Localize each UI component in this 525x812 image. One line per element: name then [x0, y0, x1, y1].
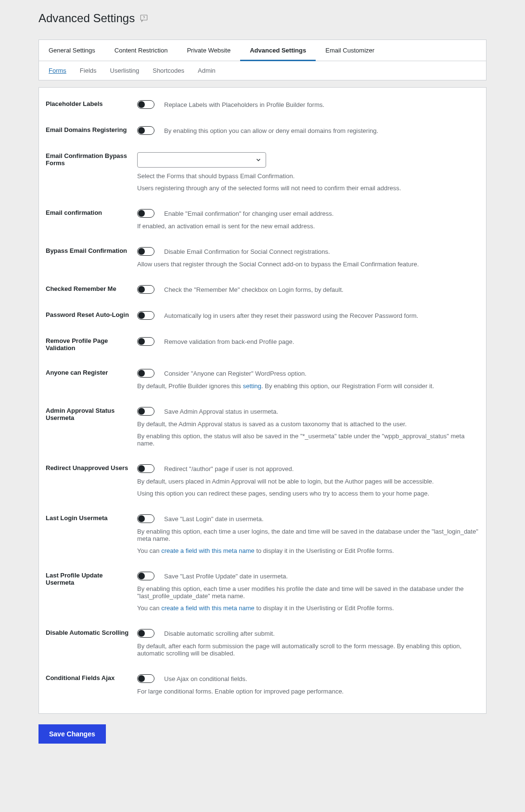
- subtab-fields[interactable]: Fields: [73, 61, 103, 80]
- desc-admin-approval-status-usermeta: Save Admin Approval status in usermeta.: [164, 408, 278, 415]
- desc-email-confirmation: Enable "Email confirmation" for changing…: [164, 210, 333, 217]
- label-checked-remember-me: Checked Remember Me: [46, 285, 116, 292]
- help-icon[interactable]: [140, 14, 148, 23]
- tab-content-restriction[interactable]: Content Restriction: [105, 40, 178, 61]
- desc-admin-approval-status-usermeta-2: By default, the Admin Approval status is…: [137, 420, 479, 428]
- save-button[interactable]: Save Changes: [38, 724, 106, 744]
- label-disable-automatic-scrolling: Disable Automatic Scrolling: [46, 629, 128, 636]
- chevron-down-icon: [255, 157, 262, 163]
- subtab-admin[interactable]: Admin: [191, 61, 222, 80]
- toggle-conditional-fields-ajax[interactable]: [137, 674, 154, 683]
- settings-panel: Placeholder Labels Replace Labels with P…: [38, 87, 487, 714]
- toggle-bypass-email-confirmation[interactable]: [137, 247, 154, 256]
- tab-advanced-settings[interactable]: Advanced Settings: [240, 40, 316, 61]
- toggle-email-domains-registering[interactable]: [137, 126, 154, 135]
- label-conditional-fields-ajax: Conditional Fields Ajax: [46, 674, 115, 681]
- desc-last-profile-3-pre: You can: [137, 604, 161, 612]
- toggle-checked-remember-me[interactable]: [137, 285, 154, 294]
- desc-email-conf-bypass-2: Users registering through any of the sel…: [137, 184, 479, 192]
- desc-remove-profile-page-validation: Remove validation from back-end Profile …: [164, 338, 294, 345]
- link-create-field-last-login[interactable]: create a field with this meta name: [161, 547, 255, 554]
- desc-email-confirmation-2: If enabled, an activation email is sent …: [137, 223, 479, 230]
- row-last-profile-update-usermeta: Last Profile Update Usermeta Save "Last …: [46, 563, 479, 620]
- desc-redirect-unapproved-users: Redirect "/author" page if user is not a…: [164, 465, 294, 472]
- desc-conditional-fields-ajax-2: For large conditional forms. Enable opti…: [137, 688, 479, 695]
- desc-last-profile-update-usermeta-2: By enabling this option, each time a use…: [137, 585, 479, 600]
- toggle-password-reset-auto-login[interactable]: [137, 311, 154, 320]
- row-last-login-usermeta: Last Login Usermeta Save "Last Login" da…: [46, 506, 479, 563]
- row-checked-remember-me: Checked Remember Me Check the "Remember …: [46, 276, 479, 302]
- toggle-placeholder-labels[interactable]: [137, 100, 154, 109]
- row-bypass-email-confirmation: Bypass Email Confirmation Disable Email …: [46, 238, 479, 276]
- desc-last-login-3-pre: You can: [137, 547, 161, 554]
- row-redirect-unapproved-users: Redirect Unapproved Users Redirect "/aut…: [46, 456, 479, 506]
- desc-last-login-usermeta-3: You can create a field with this meta na…: [137, 547, 479, 554]
- main-tabs: General Settings Content Restriction Pri…: [39, 40, 486, 61]
- label-remove-profile-page-validation: Remove Profile Page Validation: [46, 337, 108, 352]
- svg-point-1: [144, 19, 144, 19]
- desc-disable-automatic-scrolling: Disable automatic scrolling after submit…: [164, 630, 275, 637]
- tab-private-website[interactable]: Private Website: [177, 40, 240, 61]
- desc-email-conf-bypass-1: Select the Forms that should bypass Emai…: [137, 172, 479, 180]
- tab-general-settings[interactable]: General Settings: [39, 40, 105, 61]
- label-last-profile-update-usermeta: Last Profile Update Usermeta: [46, 572, 102, 586]
- toggle-redirect-unapproved-users[interactable]: [137, 464, 154, 473]
- label-bypass-email-confirmation: Bypass Email Confirmation: [46, 247, 127, 254]
- row-admin-approval-status-usermeta: Admin Approval Status Usermeta Save Admi…: [46, 398, 479, 456]
- toggle-last-profile-update-usermeta[interactable]: [137, 572, 154, 580]
- row-email-domains-registering: Email Domains Registering By enabling th…: [46, 118, 479, 144]
- label-email-domains-registering: Email Domains Registering: [46, 126, 127, 133]
- desc-last-login-usermeta-2: By enabling this option, each time a use…: [137, 528, 479, 542]
- row-email-confirmation: Email confirmation Enable "Email confirm…: [46, 200, 479, 238]
- label-email-confirmation: Email confirmation: [46, 209, 102, 216]
- row-anyone-can-register: Anyone can Register Consider "Anyone can…: [46, 360, 479, 398]
- desc-anyone-can-register-2: By default, Profile Builder ignores this…: [137, 382, 479, 390]
- desc-last-profile-3-post: to display it in the Userlisting or Edit…: [255, 604, 394, 612]
- label-placeholder-labels: Placeholder Labels: [46, 100, 103, 107]
- label-anyone-can-register: Anyone can Register: [46, 369, 108, 376]
- desc-anyone-can-register-2-post: . By enabling this option, our Registrat…: [261, 382, 434, 390]
- toggle-last-login-usermeta[interactable]: [137, 514, 154, 523]
- tab-email-customizer[interactable]: Email Customizer: [316, 40, 384, 61]
- link-wp-setting[interactable]: setting: [243, 382, 261, 390]
- label-redirect-unapproved-users: Redirect Unapproved Users: [46, 464, 128, 471]
- toggle-disable-automatic-scrolling[interactable]: [137, 629, 154, 638]
- label-password-reset-auto-login: Password Reset Auto-Login: [46, 311, 129, 318]
- desc-last-login-3-post: to display it in the Userlisting or Edit…: [255, 547, 394, 554]
- row-email-conf-bypass: Email Confirmation Bypass Forms Select t…: [46, 144, 479, 200]
- label-last-login-usermeta: Last Login Usermeta: [46, 514, 108, 522]
- desc-email-domains-registering: By enabling this option you can allow or…: [164, 127, 378, 134]
- row-placeholder-labels: Placeholder Labels Replace Labels with P…: [46, 92, 479, 118]
- subtab-shortcodes[interactable]: Shortcodes: [146, 61, 191, 80]
- desc-disable-automatic-scrolling-2: By default, after each form submission t…: [137, 642, 479, 657]
- desc-conditional-fields-ajax: Use Ajax on conditional fields.: [164, 675, 247, 682]
- desc-checked-remember-me: Check the "Remember Me" checkbox on Logi…: [164, 286, 344, 293]
- toggle-admin-approval-status-usermeta[interactable]: [137, 407, 154, 416]
- desc-placeholder-labels: Replace Labels with Placeholders in Prof…: [164, 101, 324, 108]
- sub-tabs: Forms Fields Userlisting Shortcodes Admi…: [39, 61, 486, 80]
- row-password-reset-auto-login: Password Reset Auto-Login Automatically …: [46, 302, 479, 328]
- desc-last-profile-update-usermeta: Save "Last Profile Update" date in userm…: [164, 573, 288, 580]
- row-conditional-fields-ajax: Conditional Fields Ajax Use Ajax on cond…: [46, 666, 479, 704]
- desc-admin-approval-status-usermeta-3: By enabling this option, the status will…: [137, 432, 479, 447]
- link-create-field-last-profile[interactable]: create a field with this meta name: [161, 604, 255, 612]
- desc-password-reset-auto-login: Automatically log in users after they re…: [164, 312, 418, 319]
- subtab-userlisting[interactable]: Userlisting: [103, 61, 146, 80]
- toggle-anyone-can-register[interactable]: [137, 369, 154, 378]
- page-title-text: Advanced Settings: [38, 12, 135, 25]
- label-email-conf-bypass: Email Confirmation Bypass Forms: [46, 152, 127, 167]
- desc-bypass-email-confirmation: Disable Email Confirmation for Social Co…: [164, 248, 330, 255]
- desc-bypass-email-confirmation-2: Allow users that register through the So…: [137, 261, 479, 268]
- tabs-panel: General Settings Content Restriction Pri…: [38, 39, 487, 80]
- toggle-remove-profile-page-validation[interactable]: [137, 337, 154, 346]
- desc-redirect-unapproved-users-3: Using this option you can redirect these…: [137, 490, 479, 497]
- desc-anyone-can-register-2-pre: By default, Profile Builder ignores this: [137, 382, 243, 390]
- label-admin-approval-status-usermeta: Admin Approval Status Usermeta: [46, 407, 115, 421]
- desc-last-profile-update-usermeta-3: You can create a field with this meta na…: [137, 604, 479, 612]
- row-disable-automatic-scrolling: Disable Automatic Scrolling Disable auto…: [46, 620, 479, 666]
- desc-redirect-unapproved-users-2: By default, users placed in Admin Approv…: [137, 478, 479, 485]
- desc-last-login-usermeta: Save "Last Login" date in usermeta.: [164, 515, 264, 523]
- subtab-forms[interactable]: Forms: [42, 61, 73, 80]
- select-email-conf-bypass[interactable]: [137, 152, 266, 168]
- toggle-email-confirmation[interactable]: [137, 209, 154, 218]
